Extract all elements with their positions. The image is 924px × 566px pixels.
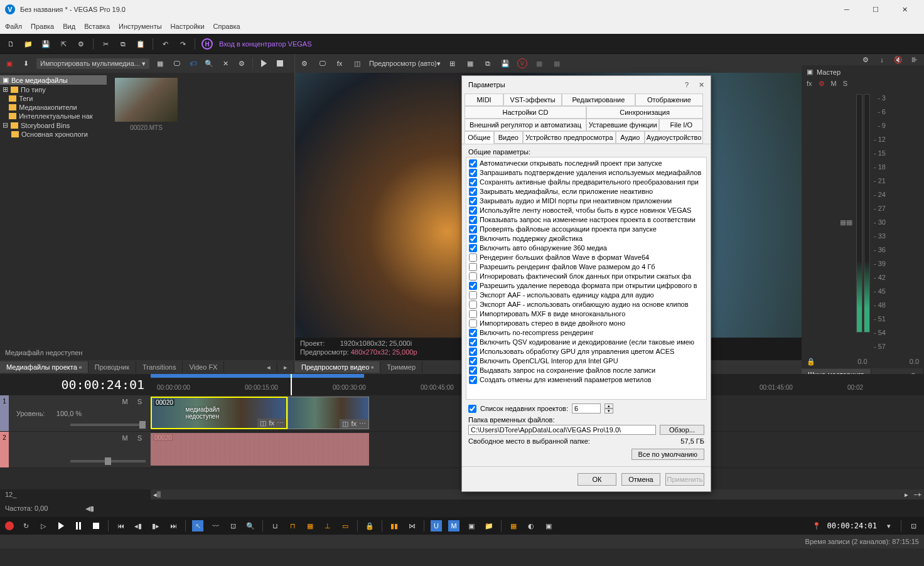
color-icon[interactable]: ◐ [525, 520, 537, 531]
option-checkbox[interactable] [469, 197, 477, 205]
auto-crossfade-icon[interactable]: ⋈ [406, 520, 417, 531]
render-icon[interactable]: ⇱ [58, 38, 69, 50]
current-time[interactable]: 00:00:24:01 [62, 377, 144, 392]
preview-device-icon[interactable]: 🖵 [316, 58, 328, 69]
record-button[interactable] [5, 521, 14, 530]
preview-settings-icon[interactable]: ⚙ [299, 58, 310, 69]
option-checkbox[interactable] [469, 188, 477, 196]
redo-icon[interactable]: ↷ [177, 38, 188, 50]
master-insert-icon[interactable]: ↓ [876, 54, 888, 65]
tag-icon[interactable]: 🏷 [187, 58, 198, 69]
media-thumbnail[interactable]: 00020.MTS [112, 78, 181, 131]
search-icon[interactable]: 🔍 [203, 58, 215, 69]
lock-icon[interactable]: 🔒 [807, 358, 815, 366]
snap-quantize-icon[interactable]: ⊓ [287, 520, 298, 531]
audio-clip[interactable]: 00020 [151, 433, 369, 466]
snap-markers-icon[interactable]: ⊥ [322, 520, 333, 531]
option-row[interactable]: Создать отмены для изменений параметров … [466, 375, 706, 385]
tree-by-type[interactable]: ⊞ По типу [0, 85, 107, 94]
option-checkbox[interactable] [469, 329, 477, 337]
save-snapshot-icon[interactable]: 💾 [500, 58, 511, 69]
view-icon[interactable]: ▦ [154, 58, 166, 69]
preview-quality-dropdown[interactable]: Предпросмотр (авто)▾ [369, 60, 441, 68]
minimize-button[interactable]: ─ [832, 0, 861, 19]
tab-video[interactable]: Видео [494, 131, 524, 144]
snap-grid-icon[interactable]: ▦ [304, 520, 316, 531]
import-media-button[interactable]: Импортировать мультимедиа... ▾ [36, 58, 149, 69]
zoom-tool[interactable]: 🔍 [245, 520, 256, 531]
grid-icon[interactable]: ⊞ [447, 58, 458, 69]
tree-tags[interactable]: Теги [0, 94, 107, 103]
tree-drives[interactable]: Медианакопители [0, 103, 107, 112]
tab-preview-device[interactable]: Устройство предпросмотра [523, 131, 615, 144]
option-row[interactable]: Включить QSV кодирование и декодирование… [466, 338, 706, 347]
loop-button[interactable]: ↻ [20, 520, 31, 531]
option-row[interactable]: Показывать запрос на изменение настроек … [466, 215, 706, 225]
paste-icon[interactable]: 📋 [135, 38, 146, 50]
option-checkbox[interactable] [469, 206, 477, 215]
option-checkbox[interactable] [469, 319, 477, 328]
screen-icon[interactable]: 🖵 [171, 58, 182, 69]
scroll-right-icon[interactable]: ▸ [905, 491, 908, 499]
tab-editing[interactable]: Редактирование [562, 93, 635, 106]
tab-sync[interactable]: Синхронизация [586, 106, 703, 119]
tab-deprecated[interactable]: Устаревшие функции [586, 119, 659, 131]
apply-button[interactable]: Применить [665, 473, 704, 486]
master-fx[interactable]: fx [807, 80, 812, 88]
tab-nav-right[interactable]: ▸ [277, 361, 294, 373]
recent-count-input[interactable] [572, 403, 601, 414]
option-checkbox[interactable] [469, 178, 477, 186]
fx-settings-icon[interactable]: ⚙ [236, 58, 247, 69]
stop-icon[interactable] [274, 58, 286, 69]
import-icon[interactable]: ⬇ [20, 58, 31, 69]
option-row[interactable]: Включить no-recompress рендеринг [466, 328, 706, 338]
tab-video-preview[interactable]: Предпросмотр видео ▫ [295, 361, 380, 373]
preview-fx-icon[interactable]: fx [334, 58, 345, 69]
option-checkbox[interactable] [469, 169, 477, 177]
remove-icon[interactable]: ✕ [220, 58, 231, 69]
tab-fileio[interactable]: File I/O [659, 119, 703, 131]
option-row[interactable]: Используйте ленту новостей, чтобы быть в… [466, 206, 706, 215]
option-row[interactable]: Разрешить удаление перевода формата при … [466, 281, 706, 291]
option-checkbox[interactable] [469, 254, 477, 262]
tab-nav-left[interactable]: ◂ [261, 361, 277, 373]
tab-transitions[interactable]: Transitions [136, 361, 183, 373]
ok-button[interactable]: ОК [578, 473, 616, 486]
more-icon[interactable]: ⋯ [277, 419, 284, 427]
option-checkbox[interactable] [469, 282, 477, 290]
normal-tool[interactable]: ↖ [192, 520, 203, 531]
playhead[interactable] [291, 374, 292, 395]
new-icon[interactable]: 🗋 [5, 38, 16, 50]
snap-events-icon[interactable]: ▭ [340, 520, 351, 531]
u-icon[interactable]: U [431, 520, 442, 531]
cancel-button[interactable]: Отмена [621, 473, 660, 486]
option-row[interactable]: Выдавать запрос на сохранение файлов пос… [466, 366, 706, 375]
option-checkbox[interactable] [469, 272, 477, 280]
menu-view[interactable]: Вид [63, 23, 75, 30]
option-checkbox[interactable] [469, 366, 477, 375]
temp-path-input[interactable] [468, 425, 656, 435]
level-slider[interactable] [70, 424, 146, 426]
track-header-audio[interactable]: 2 M S [0, 432, 151, 468]
lock-icon[interactable]: 🔒 [364, 520, 375, 531]
tab-ext-control[interactable]: Внешний регулятор и автоматизац [465, 119, 586, 131]
play-icon[interactable] [258, 58, 269, 69]
prev-frame-button[interactable]: ◂▮ [132, 520, 144, 531]
option-checkbox[interactable] [469, 348, 477, 356]
transport-more-icon[interactable]: ▾ [883, 520, 894, 531]
option-checkbox[interactable] [469, 357, 477, 365]
go-start-button[interactable]: ⏮ [115, 520, 126, 531]
split-icon[interactable]: ◫ [352, 58, 363, 69]
master-sliders-icon[interactable]: ⊪ [909, 54, 920, 65]
options-list[interactable]: Автоматически открывать последний проект… [466, 157, 707, 400]
recent-checkbox[interactable] [468, 405, 476, 413]
recent-spinner[interactable]: ▴▾ [604, 403, 613, 414]
video-clip-1[interactable]: 00020 медиафайл недоступен ◫fx⋯ [151, 397, 287, 429]
option-checkbox[interactable] [469, 338, 477, 346]
option-checkbox[interactable] [469, 301, 477, 309]
tab-audio[interactable]: Аудио [616, 131, 645, 144]
option-row[interactable]: Автоматически открывать последний проект… [466, 159, 706, 168]
default-all-button[interactable]: Все по умолчанию [631, 449, 704, 460]
master-expand-icon[interactable]: ▣ [807, 68, 813, 76]
hub-icon[interactable]: H [201, 38, 213, 50]
